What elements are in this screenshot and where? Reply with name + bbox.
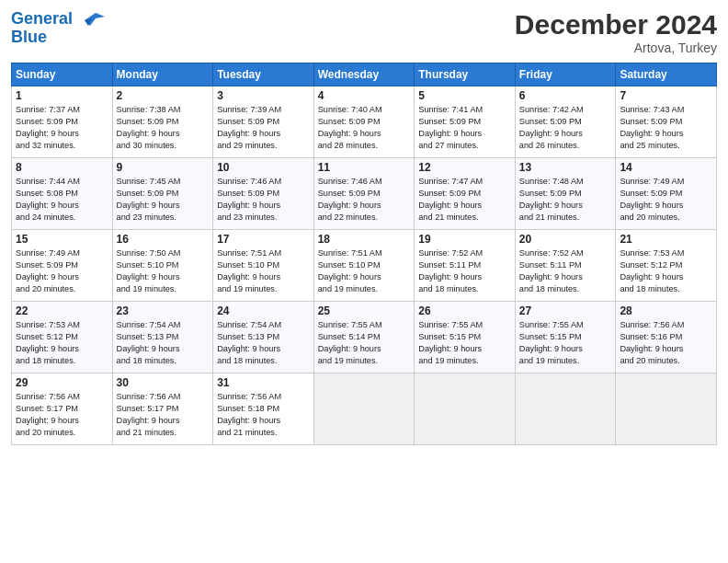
calendar-table: Sunday Monday Tuesday Wednesday Thursday…: [11, 63, 717, 445]
day-info: Sunrise: 7:54 AMSunset: 5:13 PMDaylight:…: [117, 319, 210, 367]
day-info: Sunrise: 7:56 AMSunset: 5:17 PMDaylight:…: [117, 391, 210, 439]
col-monday: Monday: [112, 63, 213, 86]
header-row: Sunday Monday Tuesday Wednesday Thursday…: [12, 63, 717, 86]
calendar-cell: 14Sunrise: 7:49 AMSunset: 5:09 PMDayligh…: [616, 158, 717, 230]
calendar-cell: 22Sunrise: 7:53 AMSunset: 5:12 PMDayligh…: [12, 302, 113, 373]
location: Artova, Turkey: [515, 40, 717, 55]
day-number: 26: [418, 304, 511, 317]
day-number: 14: [620, 161, 712, 174]
day-info: Sunrise: 7:46 AMSunset: 5:09 PMDaylight:…: [318, 176, 411, 224]
day-info: Sunrise: 7:45 AMSunset: 5:09 PMDaylight:…: [117, 176, 210, 224]
day-number: 19: [418, 233, 511, 246]
day-number: 28: [620, 304, 712, 317]
calendar-header: Sunday Monday Tuesday Wednesday Thursday…: [12, 63, 717, 86]
day-number: 8: [16, 161, 108, 174]
day-number: 21: [620, 233, 712, 246]
day-info: Sunrise: 7:38 AMSunset: 5:09 PMDaylight:…: [117, 104, 210, 152]
calendar-cell: 7Sunrise: 7:43 AMSunset: 5:09 PMDaylight…: [616, 86, 717, 158]
day-number: 15: [16, 233, 108, 246]
month-year: December 2024: [515, 9, 717, 40]
calendar-cell: 11Sunrise: 7:46 AMSunset: 5:09 PMDayligh…: [313, 158, 415, 230]
calendar-cell: 26Sunrise: 7:55 AMSunset: 5:15 PMDayligh…: [415, 302, 516, 373]
calendar-cell: 20Sunrise: 7:52 AMSunset: 5:11 PMDayligh…: [515, 230, 616, 302]
day-number: 5: [418, 89, 511, 102]
day-info: Sunrise: 7:42 AMSunset: 5:09 PMDaylight:…: [519, 104, 612, 152]
calendar-cell: 9Sunrise: 7:45 AMSunset: 5:09 PMDaylight…: [112, 158, 213, 230]
day-info: Sunrise: 7:52 AMSunset: 5:11 PMDaylight:…: [418, 247, 511, 295]
day-info: Sunrise: 7:51 AMSunset: 5:10 PMDaylight:…: [217, 247, 310, 295]
day-number: 25: [318, 304, 411, 317]
day-number: 31: [217, 376, 310, 389]
day-info: Sunrise: 7:55 AMSunset: 5:14 PMDaylight:…: [318, 319, 411, 367]
logo-text: General: [11, 9, 107, 29]
day-number: 9: [117, 161, 210, 174]
day-info: Sunrise: 7:55 AMSunset: 5:15 PMDaylight:…: [519, 319, 612, 367]
calendar-container: General Blue December 2024 Artova, Turke…: [0, 0, 728, 453]
day-number: 30: [117, 376, 210, 389]
day-info: Sunrise: 7:44 AMSunset: 5:08 PMDaylight:…: [16, 176, 108, 224]
day-number: 13: [519, 161, 612, 174]
calendar-cell: 31Sunrise: 7:56 AMSunset: 5:18 PMDayligh…: [213, 373, 314, 445]
calendar-cell: [616, 373, 717, 445]
day-number: 12: [418, 161, 511, 174]
day-info: Sunrise: 7:49 AMSunset: 5:09 PMDaylight:…: [620, 176, 712, 224]
day-info: Sunrise: 7:51 AMSunset: 5:10 PMDaylight:…: [318, 247, 411, 295]
day-number: 4: [318, 89, 411, 102]
day-info: Sunrise: 7:56 AMSunset: 5:16 PMDaylight:…: [620, 319, 712, 367]
day-info: Sunrise: 7:40 AMSunset: 5:09 PMDaylight:…: [318, 104, 411, 152]
calendar-cell: 4Sunrise: 7:40 AMSunset: 5:09 PMDaylight…: [313, 86, 415, 158]
day-info: Sunrise: 7:50 AMSunset: 5:10 PMDaylight:…: [117, 247, 210, 295]
day-info: Sunrise: 7:56 AMSunset: 5:18 PMDaylight:…: [217, 391, 310, 439]
day-number: 29: [16, 376, 108, 389]
calendar-cell: 25Sunrise: 7:55 AMSunset: 5:14 PMDayligh…: [313, 302, 415, 373]
day-info: Sunrise: 7:39 AMSunset: 5:09 PMDaylight:…: [217, 104, 310, 152]
calendar-cell: 16Sunrise: 7:50 AMSunset: 5:10 PMDayligh…: [112, 230, 213, 302]
calendar-cell: 15Sunrise: 7:49 AMSunset: 5:09 PMDayligh…: [12, 230, 113, 302]
day-info: Sunrise: 7:47 AMSunset: 5:09 PMDaylight:…: [418, 176, 511, 224]
day-info: Sunrise: 7:43 AMSunset: 5:09 PMDaylight:…: [620, 104, 712, 152]
calendar-cell: 3Sunrise: 7:39 AMSunset: 5:09 PMDaylight…: [213, 86, 314, 158]
calendar-cell: 1Sunrise: 7:37 AMSunset: 5:09 PMDaylight…: [12, 86, 113, 158]
day-info: Sunrise: 7:52 AMSunset: 5:11 PMDaylight:…: [519, 247, 612, 295]
col-thursday: Thursday: [415, 63, 516, 86]
day-info: Sunrise: 7:53 AMSunset: 5:12 PMDaylight:…: [16, 319, 108, 367]
header: General Blue December 2024 Artova, Turke…: [11, 9, 717, 55]
calendar-cell: 21Sunrise: 7:53 AMSunset: 5:12 PMDayligh…: [616, 230, 717, 302]
day-info: Sunrise: 7:53 AMSunset: 5:12 PMDaylight:…: [620, 247, 712, 295]
title-block: December 2024 Artova, Turkey: [515, 9, 717, 55]
calendar-cell: [415, 373, 516, 445]
day-number: 7: [620, 89, 712, 102]
calendar-cell: 18Sunrise: 7:51 AMSunset: 5:10 PMDayligh…: [313, 230, 415, 302]
calendar-cell: 19Sunrise: 7:52 AMSunset: 5:11 PMDayligh…: [415, 230, 516, 302]
day-number: 3: [217, 89, 310, 102]
calendar-cell: 13Sunrise: 7:48 AMSunset: 5:09 PMDayligh…: [515, 158, 616, 230]
week-row-3: 15Sunrise: 7:49 AMSunset: 5:09 PMDayligh…: [12, 230, 717, 302]
calendar-cell: 2Sunrise: 7:38 AMSunset: 5:09 PMDaylight…: [112, 86, 213, 158]
calendar-cell: 29Sunrise: 7:56 AMSunset: 5:17 PMDayligh…: [12, 373, 113, 445]
logo: General Blue: [11, 9, 107, 47]
calendar-cell: 8Sunrise: 7:44 AMSunset: 5:08 PMDaylight…: [12, 158, 113, 230]
day-number: 24: [217, 304, 310, 317]
day-number: 20: [519, 233, 612, 246]
col-friday: Friday: [515, 63, 616, 86]
day-number: 27: [519, 304, 612, 317]
day-info: Sunrise: 7:56 AMSunset: 5:17 PMDaylight:…: [16, 391, 108, 439]
day-number: 16: [117, 233, 210, 246]
day-info: Sunrise: 7:48 AMSunset: 5:09 PMDaylight:…: [519, 176, 612, 224]
calendar-cell: 24Sunrise: 7:54 AMSunset: 5:13 PMDayligh…: [213, 302, 314, 373]
calendar-cell: 10Sunrise: 7:46 AMSunset: 5:09 PMDayligh…: [213, 158, 314, 230]
day-number: 6: [519, 89, 612, 102]
day-info: Sunrise: 7:55 AMSunset: 5:15 PMDaylight:…: [418, 319, 511, 367]
calendar-cell: 27Sunrise: 7:55 AMSunset: 5:15 PMDayligh…: [515, 302, 616, 373]
day-info: Sunrise: 7:41 AMSunset: 5:09 PMDaylight:…: [418, 104, 511, 152]
col-wednesday: Wednesday: [313, 63, 415, 86]
logo-blue-text: Blue: [11, 28, 107, 47]
calendar-cell: [515, 373, 616, 445]
day-info: Sunrise: 7:37 AMSunset: 5:09 PMDaylight:…: [16, 104, 108, 152]
calendar-cell: 12Sunrise: 7:47 AMSunset: 5:09 PMDayligh…: [415, 158, 516, 230]
calendar-cell: 17Sunrise: 7:51 AMSunset: 5:10 PMDayligh…: [213, 230, 314, 302]
day-number: 2: [117, 89, 210, 102]
week-row-5: 29Sunrise: 7:56 AMSunset: 5:17 PMDayligh…: [12, 373, 717, 445]
day-number: 1: [16, 89, 108, 102]
logo-bird-icon: [79, 9, 107, 29]
